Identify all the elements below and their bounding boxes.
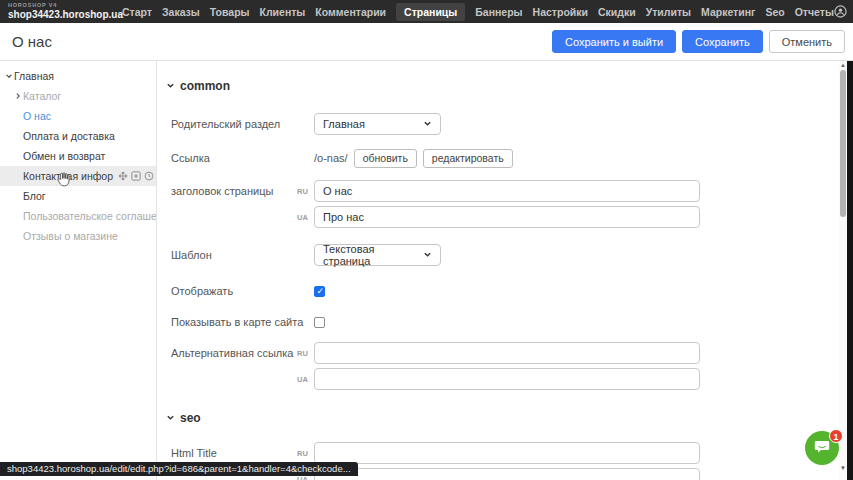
page-edit-form: common Родительский раздел Главная Ссылк… [158, 61, 839, 480]
alt-link-label: Альтернативная ссылка [171, 342, 297, 390]
main-nav: Старт Заказы Товары Клиенты Комментарии … [122, 3, 834, 21]
scrollbar-thumb[interactable] [840, 70, 846, 217]
template-label: Шаблон [171, 249, 314, 261]
nav-marketing[interactable]: Маркетинг [701, 6, 755, 18]
tree-node-glavnaya[interactable]: Главная [0, 66, 156, 86]
nav-clients[interactable]: Клиенты [260, 6, 306, 18]
alt-link-ru-input[interactable] [314, 342, 700, 364]
nav-reports[interactable]: Отчеты [795, 6, 834, 18]
chevron-down-icon [423, 118, 432, 130]
parent-section-select[interactable]: Главная [314, 113, 441, 135]
alt-link-ua-input[interactable] [314, 368, 700, 390]
status-url-tooltip: shop34423.horoshop.ua/edit/edit.php?id=6… [0, 462, 358, 476]
tree-node-katalog[interactable]: Каталог [0, 86, 156, 106]
topbar: HOROSHOP V4 shop34423.horoshop.ua Старт … [0, 0, 853, 23]
sitemap-checkbox[interactable] [314, 317, 325, 328]
scroll-down-arrow-icon[interactable]: ▼ [839, 464, 847, 473]
page-title-ru-input[interactable] [314, 180, 700, 202]
edit-link-button[interactable]: редактировать [423, 149, 513, 168]
chevron-down-icon[interactable] [3, 72, 14, 80]
refresh-link-button[interactable]: обновить [354, 149, 417, 168]
section-seo-header[interactable]: seo [158, 410, 839, 425]
nav-start[interactable]: Старт [122, 6, 152, 18]
link-path-value: /o-nas/ [314, 152, 348, 164]
save-button[interactable]: Сохранить [682, 30, 763, 53]
lang-badge-ua: UA [297, 375, 308, 384]
html-title-label: Html Title [171, 447, 297, 459]
link-label: Ссылка [171, 152, 314, 164]
brand-version: HOROSHOP V4 [8, 3, 122, 9]
chat-bubble-icon [813, 437, 831, 459]
vertical-scrollbar[interactable]: ▲ ▼ [839, 61, 847, 480]
chat-unread-badge: 1 [829, 429, 843, 443]
page-title-ua-input[interactable] [314, 206, 700, 228]
chevron-down-icon[interactable] [166, 79, 175, 93]
page-title-label: заголовок страницы [171, 180, 297, 228]
nav-banners[interactable]: Баннеры [475, 6, 522, 18]
chevron-down-icon [423, 249, 432, 261]
display-label: Отображать [171, 285, 314, 297]
tree-node-polzovatelskoe[interactable]: Пользовательское соглашение [0, 206, 156, 226]
tree-node-blog[interactable]: Блог [0, 186, 156, 206]
history-clock-icon[interactable] [144, 171, 154, 181]
chevron-right-icon[interactable] [12, 92, 23, 100]
nav-pages[interactable]: Страницы [396, 3, 465, 21]
section-common-header[interactable]: common [158, 78, 839, 93]
tree-node-otzyvy[interactable]: Отзывы о магазине [0, 226, 156, 246]
brand-logo[interactable]: HOROSHOP V4 shop34423.horoshop.ua [0, 3, 122, 20]
nav-utilities[interactable]: Утилиты [646, 6, 691, 18]
pages-tree-sidebar: Главная Каталог О нас Оплата и доставка … [0, 61, 157, 480]
save-and-exit-button[interactable]: Сохранить и выйти [552, 30, 676, 53]
account-icon[interactable] [834, 5, 847, 18]
page-header: О нас Сохранить и выйти Сохранить Отмени… [0, 23, 853, 61]
move-node-icon[interactable] [118, 171, 128, 181]
screen-edge-strip [847, 61, 853, 480]
lang-badge-ru: RU [297, 187, 308, 196]
html-title-ru-input[interactable] [314, 442, 700, 464]
tree-node-o-nas[interactable]: О нас [0, 106, 156, 126]
lang-badge-ru: RU [297, 449, 308, 458]
cancel-button[interactable]: Отменить [769, 30, 845, 53]
nav-products[interactable]: Товары [210, 6, 250, 18]
nav-settings[interactable]: Настройки [533, 6, 588, 18]
nav-seo[interactable]: Seo [765, 6, 784, 18]
add-child-page-icon[interactable] [131, 171, 141, 181]
scroll-up-arrow-icon[interactable]: ▲ [839, 61, 847, 70]
nav-comments[interactable]: Комментарии [315, 6, 386, 18]
lang-badge-ru: RU [297, 349, 308, 358]
display-checkbox[interactable] [314, 286, 325, 297]
tree-node-kontaktnaya[interactable]: Контактная инфор [0, 166, 156, 186]
parent-section-label: Родительский раздел [171, 118, 314, 130]
html-title-ua-input[interactable] [314, 468, 700, 480]
lang-badge-ua: UA [297, 213, 308, 222]
nav-discounts[interactable]: Скидки [598, 6, 636, 18]
template-select[interactable]: Текстовая страница [314, 244, 441, 266]
nav-orders[interactable]: Заказы [162, 6, 200, 18]
sitemap-label: Показывать в карте сайта [171, 316, 314, 328]
tree-node-oplata[interactable]: Оплата и доставка [0, 126, 156, 146]
brand-domain: shop34423.horoshop.ua [8, 10, 122, 20]
tree-node-obmen[interactable]: Обмен и возврат [0, 146, 156, 166]
page-title: О нас [0, 33, 552, 50]
chevron-down-icon[interactable] [166, 411, 175, 425]
